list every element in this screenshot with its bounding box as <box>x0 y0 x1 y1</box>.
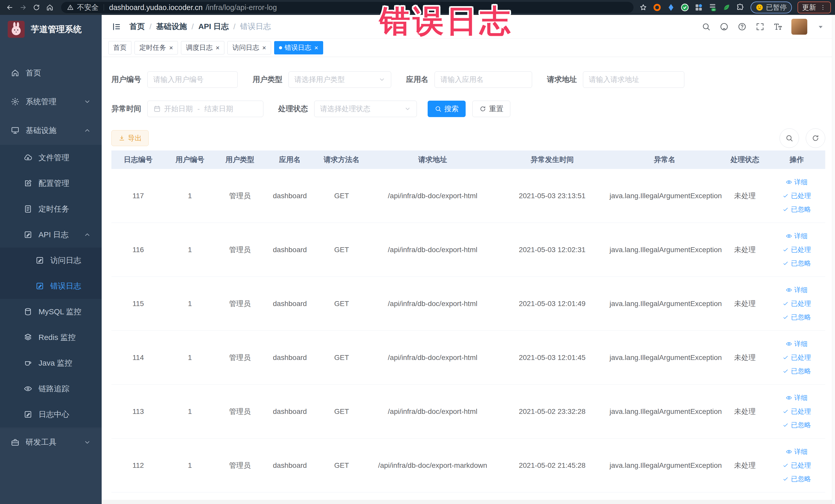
search-button[interactable]: 搜索 <box>428 101 466 117</box>
extension-green-check-icon[interactable] <box>681 3 689 12</box>
help-icon[interactable] <box>737 22 747 31</box>
sidebar-item[interactable]: 研发工具 <box>0 428 102 457</box>
check-icon <box>782 368 789 374</box>
mark-ignored-link[interactable]: 已忽略 <box>782 367 811 376</box>
close-icon[interactable]: × <box>169 44 173 51</box>
check-icon <box>782 408 789 415</box>
github-icon[interactable] <box>719 22 729 31</box>
layers-icon <box>24 333 32 342</box>
mark-ignored-link[interactable]: 已忽略 <box>782 205 811 214</box>
avatar-caret-icon[interactable] <box>816 22 825 31</box>
extension-grid-icon[interactable] <box>695 3 703 12</box>
process-status: 未处理 <box>722 353 768 363</box>
detail-link[interactable]: 详细 <box>786 339 808 348</box>
date-range-picker[interactable]: 开始日期 - 结束日期 <box>147 101 263 117</box>
detail-link[interactable]: 详细 <box>786 394 808 402</box>
sidebar-item[interactable]: Redis 监控 <box>0 324 102 350</box>
bookmark-star-icon[interactable] <box>639 3 647 12</box>
detail-link[interactable]: 详细 <box>786 231 808 241</box>
chevron-down-icon <box>379 76 385 83</box>
sidebar-item-label: MySQL 监控 <box>39 306 81 317</box>
view-tab[interactable]: 调度日志 × <box>181 41 224 55</box>
sidebar-item-label: 系统管理 <box>26 97 57 107</box>
mark-ignored-link[interactable]: 已忽略 <box>782 313 811 322</box>
request-url-input[interactable]: 请输入请求地址 <box>583 72 684 88</box>
extension-blue-drop-icon[interactable] <box>667 3 675 12</box>
view-tab[interactable]: 错误日志 × <box>274 41 323 55</box>
mark-processed-link[interactable]: 已处理 <box>782 245 811 254</box>
fullscreen-icon[interactable] <box>755 22 765 31</box>
browser-forward-button[interactable] <box>18 2 29 13</box>
user-id-input[interactable]: 请输入用户编号 <box>147 72 238 88</box>
mark-processed-link[interactable]: 已处理 <box>782 353 811 362</box>
paused-label: 已暂停 <box>766 3 787 12</box>
sidebar-item[interactable]: 配置管理 <box>0 170 102 196</box>
request-url: /api/infra/db-doc/export-html <box>368 246 497 254</box>
sidebar-item[interactable]: 日志中心 <box>0 402 102 427</box>
user-type-select[interactable]: 请选择用户类型 <box>288 72 391 88</box>
export-button[interactable]: 导出 <box>111 130 149 146</box>
request-url: /api/infra/db-doc/export-html <box>368 300 497 308</box>
gear-icon <box>11 97 20 106</box>
mark-ignored-link[interactable]: 已忽略 <box>782 259 811 268</box>
view-tab[interactable]: 访问日志 × <box>227 41 271 55</box>
sidebar-item[interactable]: 文件管理 <box>0 145 102 170</box>
reset-button[interactable]: 重置 <box>472 101 510 117</box>
detail-link[interactable]: 详细 <box>786 285 808 295</box>
collapse-sidebar-button[interactable] <box>111 22 122 32</box>
sidebar-item[interactable]: 链路追踪 <box>0 376 102 402</box>
close-icon[interactable]: × <box>262 44 266 51</box>
detail-link[interactable]: 详细 <box>786 178 808 187</box>
font-size-icon[interactable] <box>773 22 782 31</box>
horizontal-scrollbar[interactable] <box>102 500 832 504</box>
app-name: dashboard <box>265 354 315 362</box>
mark-processed-link[interactable]: 已处理 <box>782 407 811 416</box>
view-tab[interactable]: 定时任务 × <box>135 41 178 55</box>
mark-processed-link[interactable]: 已处理 <box>782 191 811 200</box>
url-bar[interactable]: 不安全 dashboard.yudao.iocoder.cn/infra/log… <box>61 2 633 13</box>
browser-back-button[interactable] <box>4 2 15 13</box>
browser-reload-button[interactable] <box>31 2 42 13</box>
header-search-icon[interactable] <box>701 22 711 31</box>
close-icon[interactable]: × <box>216 44 220 51</box>
detail-link[interactable]: 详细 <box>786 447 808 456</box>
vertical-scrollbar[interactable] <box>832 15 835 504</box>
sidebar-item-label: Java 监控 <box>39 358 73 368</box>
mark-ignored-link[interactable]: 已忽略 <box>782 475 811 483</box>
extensions-puzzle-icon[interactable] <box>736 3 745 12</box>
refresh-table-button[interactable] <box>806 128 825 148</box>
paused-extension-pill[interactable]: 已暂停 <box>751 2 792 13</box>
sidebar-item[interactable]: 系统管理 <box>0 87 102 116</box>
breadcrumb-api-log[interactable]: API 日志 <box>199 21 229 32</box>
sidebar-item[interactable]: Java 监控 <box>0 350 102 376</box>
security-label[interactable]: 不安全 <box>77 3 99 12</box>
sidebar-item[interactable]: 基础设施 <box>0 116 102 145</box>
extension-on-badge-icon[interactable]: on <box>709 3 717 12</box>
browser-home-button[interactable] <box>44 2 56 13</box>
sidebar-item[interactable]: MySQL 监控 <box>0 299 102 324</box>
view-tab[interactable]: 首页 × <box>108 41 131 55</box>
sidebar-item[interactable]: 首页 <box>0 59 102 87</box>
toggle-search-button[interactable] <box>779 128 799 148</box>
process-status-select[interactable]: 请选择处理状态 <box>314 101 417 117</box>
exception-name: java.lang.IllegalArgumentException <box>608 354 722 362</box>
eye-icon <box>786 287 792 293</box>
sidebar-item[interactable]: 定时任务 <box>0 196 102 222</box>
browser-menu-icon[interactable] <box>820 4 826 11</box>
sidebar-item[interactable]: API 日志 <box>0 222 102 247</box>
sidebar-item[interactable]: 错误日志 <box>0 273 102 299</box>
mark-processed-link[interactable]: 已处理 <box>782 461 811 470</box>
mark-processed-link[interactable]: 已处理 <box>782 299 811 308</box>
logo-row[interactable]: 芋道管理系统 <box>0 15 102 44</box>
mark-ignored-link[interactable]: 已忽略 <box>782 421 811 429</box>
browser-update-button[interactable]: 更新 <box>797 2 831 13</box>
breadcrumb-infra[interactable]: 基础设施 <box>156 21 187 32</box>
sidebar-item[interactable]: 访问日志 <box>0 247 102 273</box>
app-name-input[interactable]: 请输入应用名 <box>434 72 532 88</box>
breadcrumb-home[interactable]: 首页 <box>129 21 145 32</box>
extension-leaf-icon[interactable] <box>722 3 731 12</box>
user-avatar[interactable] <box>791 19 807 35</box>
browser-chrome: 不安全 dashboard.yudao.iocoder.cn/infra/log… <box>0 0 835 15</box>
close-icon[interactable]: × <box>314 44 318 51</box>
extension-orange-icon[interactable] <box>653 3 661 12</box>
